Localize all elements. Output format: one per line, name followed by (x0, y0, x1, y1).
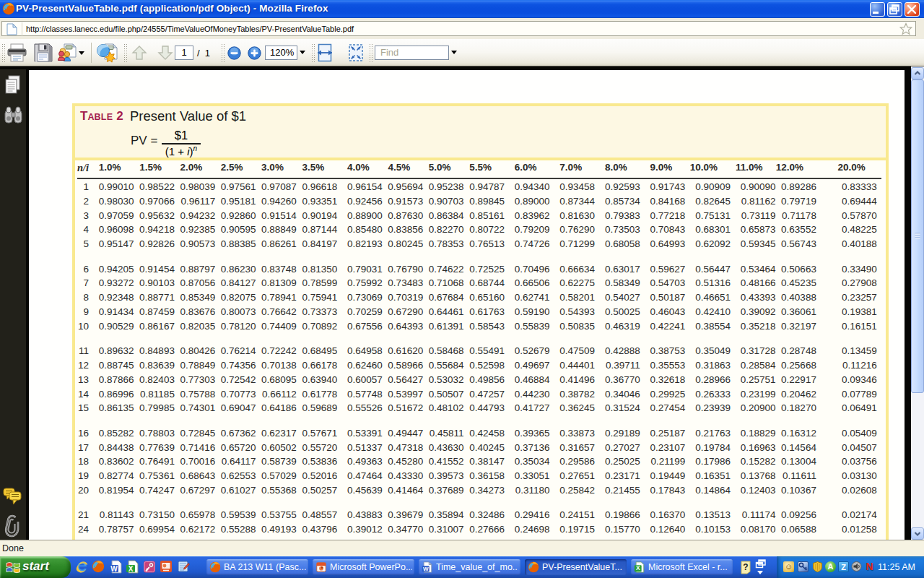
svg-text:X: X (128, 565, 134, 573)
svg-text:?: ? (743, 562, 748, 572)
svg-text:W: W (423, 566, 429, 572)
svg-text:X: X (636, 564, 640, 571)
svg-text:W: W (110, 565, 118, 573)
